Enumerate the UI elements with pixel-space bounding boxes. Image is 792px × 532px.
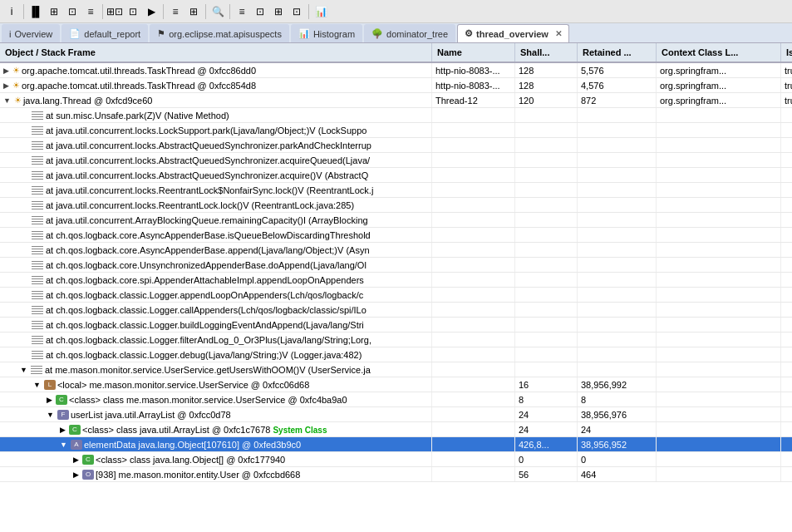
stack-lines-icon <box>32 201 43 209</box>
icon1[interactable]: ▐▌ <box>27 3 44 20</box>
icon3[interactable]: ⊡ <box>64 3 81 20</box>
main-table[interactable]: ▶ ☀ org.apache.tomcat.util.threads.TaskT… <box>0 63 792 532</box>
table-row[interactable]: ▼ L <local> me.mason.monitor.service.Use… <box>0 377 792 392</box>
expand-icon[interactable]: ▼ <box>47 411 54 419</box>
cell-name <box>432 198 515 212</box>
table-row[interactable]: ▶ C <class> class java.lang.Object[] @ 0… <box>0 452 792 467</box>
tab-histogram[interactable]: 📊 Histogram <box>291 24 362 42</box>
cell-daemon <box>781 362 792 377</box>
tab-thread-overview[interactable]: ⚙ thread_overview ✕ <box>457 24 569 42</box>
sep6 <box>308 4 309 19</box>
expand-icon[interactable]: ▶ <box>3 81 9 90</box>
icon9[interactable]: ⊞ <box>185 3 202 20</box>
toolbar: i ▐▌ ⊞ ⊡ ≡ ⊞⊡ ⊡ ▶ ≡ ⊞ 🔍 ≡ ⊡ ⊞ ⊡ 📊 <box>0 0 792 23</box>
icon8[interactable]: ≡ <box>167 3 184 20</box>
col-retained[interactable]: Retained ... <box>578 43 657 62</box>
cell-daemon <box>781 168 792 182</box>
cell-object-text: at ch.qos.logback.core.AsyncAppenderBase… <box>46 245 370 255</box>
cell-daemon <box>781 422 792 436</box>
col-object[interactable]: Object / Stack Frame <box>0 43 432 62</box>
stack-expand-icon[interactable]: ▼ <box>20 366 27 374</box>
table-row[interactable]: at sun.misc.Unsafe.park(Z)V (Native Meth… <box>0 108 792 123</box>
table-row[interactable]: ▼ F userList java.util.ArrayList @ 0xfcc… <box>0 407 792 422</box>
expand-icon[interactable]: ▶ <box>60 426 66 434</box>
info-icon[interactable]: i <box>3 3 20 20</box>
cell-daemon <box>781 467 792 481</box>
icon12[interactable]: ⊞ <box>270 3 287 20</box>
expand-icon[interactable]: ▼ <box>3 96 11 105</box>
col-shallow[interactable]: Shall... <box>515 43 578 62</box>
table-row[interactable]: at java.util.concurrent.locks.ReentrantL… <box>0 198 792 213</box>
tab-default-report[interactable]: 📄 default_report <box>61 24 148 42</box>
cell-context <box>657 318 781 332</box>
col-name[interactable]: Name <box>432 43 515 62</box>
cell-object-text: at sun.misc.Unsafe.park(Z)V (Native Meth… <box>46 111 229 121</box>
table-row[interactable]: at java.util.concurrent.locks.AbstractQu… <box>0 138 792 153</box>
stack-lines-icon <box>32 111 43 120</box>
col-is-daemon[interactable]: Is Daemon <box>781 43 792 62</box>
cell-shallow <box>515 258 578 272</box>
cell-context <box>657 332 781 347</box>
table-row[interactable]: ▶ ☀ org.apache.tomcat.util.threads.TaskT… <box>0 78 792 93</box>
table-row[interactable]: at java.util.concurrent.locks.ReentrantL… <box>0 183 792 198</box>
table-row[interactable]: at ch.qos.logback.core.UnsynchronizedApp… <box>0 258 792 273</box>
tab-apisuspects[interactable]: ⚑ org.eclipse.mat.apisuspects <box>150 24 289 42</box>
icon5[interactable]: ⊞⊡ <box>106 3 123 20</box>
table-row[interactable]: ▶ C <class> class java.util.ArrayList @ … <box>0 422 792 437</box>
cell-context <box>657 422 781 436</box>
expand-icon[interactable]: ▶ <box>47 396 52 404</box>
cell-object-text: at ch.qos.logback.core.AsyncAppenderBase… <box>46 230 371 240</box>
table-row[interactable]: at ch.qos.logback.classic.Logger.buildLo… <box>0 318 792 332</box>
cell-object-text: <class> class java.util.ArrayList @ 0xfc… <box>82 425 327 435</box>
table-row[interactable]: at java.util.concurrent.locks.AbstractQu… <box>0 168 792 183</box>
table-row[interactable]: at java.util.concurrent.locks.AbstractQu… <box>0 153 792 168</box>
table-row[interactable]: ▼ A elementData java.lang.Object[107610]… <box>0 437 792 452</box>
cell-object-text: at java.util.concurrent.locks.ReentrantL… <box>46 200 354 210</box>
table-row[interactable]: ▼ at me.mason.monitor.service.UserServic… <box>0 362 792 377</box>
icon10[interactable]: ≡ <box>234 3 250 20</box>
search-icon[interactable]: 🔍 <box>209 3 226 20</box>
expand-icon[interactable]: ▶ <box>3 66 9 75</box>
table-row[interactable]: at ch.qos.logback.classic.Logger.appendL… <box>0 288 792 303</box>
cell-context <box>657 183 781 197</box>
table-row[interactable]: at ch.qos.logback.core.spi.AppenderAttac… <box>0 273 792 288</box>
cell-shallow: 128 <box>515 63 578 77</box>
cell-daemon <box>781 452 792 466</box>
expand-icon[interactable]: ▶ <box>73 456 79 464</box>
col-context-class[interactable]: Context Class L... <box>657 43 781 62</box>
tab-histogram-label: Histogram <box>313 29 355 39</box>
cell-name <box>432 437 515 451</box>
expand-icon[interactable]: ▶ <box>73 470 79 479</box>
cell-shallow <box>515 123 578 137</box>
tab-dominator[interactable]: 🌳 dominator_tree <box>364 24 455 42</box>
tab-overview-icon: i <box>9 29 11 39</box>
table-row[interactable]: at ch.qos.logback.classic.Logger.debug(L… <box>0 347 792 362</box>
icon13[interactable]: ⊡ <box>288 3 305 20</box>
table-row[interactable]: ▶ C <class> class me.mason.monitor.servi… <box>0 392 792 407</box>
cell-context <box>657 168 781 182</box>
cell-object: ▶ O [938] me.mason.monitor.entity.User @… <box>0 467 432 481</box>
icon11[interactable]: ⊡ <box>252 3 268 20</box>
table-row[interactable]: at java.util.concurrent.ArrayBlockingQue… <box>0 213 792 228</box>
table-row[interactable]: at ch.qos.logback.core.AsyncAppenderBase… <box>0 228 792 243</box>
icon7[interactable]: ▶ <box>143 3 160 20</box>
table-row[interactable]: at ch.qos.logback.core.AsyncAppenderBase… <box>0 243 792 258</box>
tab-thread-close-icon[interactable]: ✕ <box>555 29 562 38</box>
table-row[interactable]: at ch.qos.logback.classic.Logger.callApp… <box>0 303 792 318</box>
chart-icon[interactable]: 📊 <box>312 3 329 20</box>
icon4[interactable]: ≡ <box>82 3 99 20</box>
expand-icon[interactable]: ▼ <box>60 441 67 449</box>
cell-object-text: at me.mason.monitor.service.UserService.… <box>45 365 371 375</box>
icon2[interactable]: ⊞ <box>46 3 62 20</box>
icon6[interactable]: ⊡ <box>125 3 141 20</box>
table-row[interactable]: at java.util.concurrent.locks.LockSuppor… <box>0 123 792 138</box>
expand-icon[interactable]: ▼ <box>33 381 41 389</box>
table-row[interactable]: at ch.qos.logback.classic.Logger.filterA… <box>0 332 792 347</box>
table-row[interactable]: ▶ O [938] me.mason.monitor.entity.User @… <box>0 467 792 482</box>
cell-name <box>432 422 515 436</box>
table-row[interactable]: ▼ ☀ java.lang.Thread @ 0xfcd9ce60 Thread… <box>0 93 792 108</box>
table-row[interactable]: ▶ ☀ org.apache.tomcat.util.threads.TaskT… <box>0 63 792 78</box>
cell-object: at java.util.concurrent.locks.ReentrantL… <box>0 183 432 197</box>
tab-overview[interactable]: i Overview <box>2 24 60 42</box>
cell-object: at ch.qos.logback.core.UnsynchronizedApp… <box>0 258 432 272</box>
